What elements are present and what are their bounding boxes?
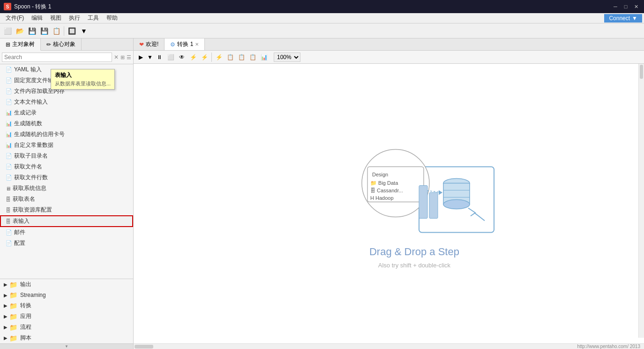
folder-transform[interactable]: ▶ 📁 转换 (0, 300, 133, 311)
file-icon: 📄 (6, 99, 12, 105)
tree-item-get-subdir[interactable]: 📄 获取子目录名 (0, 151, 133, 161)
tooltip-title: 表输入 (55, 71, 111, 79)
file-icon: 📄 (6, 88, 12, 94)
stop-button[interactable]: ⬜ (165, 52, 176, 62)
maximize-button[interactable]: □ (622, 2, 630, 11)
preview-button[interactable]: 👁 (177, 52, 187, 62)
action-btn-4[interactable]: 📋 (247, 52, 258, 62)
menu-run[interactable]: 执行 (65, 13, 84, 23)
play-dropdown-button[interactable]: ▼ (147, 52, 153, 62)
h-scrollbar-thumb[interactable] (135, 345, 153, 349)
tab-close-icon[interactable]: ✕ (195, 42, 199, 47)
folder-icon: 📁 (9, 281, 17, 288)
tree-item-define-constant[interactable]: 📊 自定义常量数据 (0, 140, 133, 151)
tree-item-label: 获取资源库配置 (13, 206, 52, 214)
action-btn-5[interactable]: 📊 (259, 52, 269, 62)
tab-welcome[interactable]: ❤ 欢迎! (134, 38, 165, 50)
connect-button[interactable]: Connect ▼ (604, 14, 642, 23)
tree-item-label: 获取文件行数 (14, 174, 48, 182)
tree-item-get-file-row[interactable]: 📄 获取文件行数 (0, 172, 133, 183)
connect-label: Connect (609, 15, 630, 22)
search-input[interactable] (2, 53, 112, 62)
debug-button-2[interactable]: ⚡ (199, 52, 210, 62)
tab-transform1[interactable]: ⚙ 转换 1 ✕ (165, 38, 205, 50)
core-objects-icon: ✏ (46, 41, 51, 48)
action-btn-2[interactable]: 📋 (225, 52, 235, 62)
export-button[interactable]: 🔲 (66, 25, 77, 37)
tree-item-label: 生成随机数 (14, 120, 42, 128)
more-button[interactable]: ▼ (78, 25, 90, 37)
tree-item-table-input[interactable]: 🗄 表输入 (0, 215, 133, 227)
toolbar-sep (211, 53, 212, 62)
tree-item-config[interactable]: 📄 配置 (0, 238, 133, 249)
file-icon: 📄 (6, 67, 12, 73)
tree-item-get-filename[interactable]: 📄 获取文件名 (0, 161, 133, 172)
main-toolbar: ⬜ 📂 💾 💾 📋 🔲 ▼ (0, 23, 644, 38)
folder-flow[interactable]: ▶ 📁 流程 (0, 322, 133, 333)
tree-item-text-file-input[interactable]: 📄 文本文件输入 (0, 97, 133, 107)
svg-text:H Hadoop: H Hadoop (370, 195, 394, 201)
clear-search-icon[interactable]: ✕ (114, 54, 119, 61)
tree-item-get-res-config[interactable]: 🗄 获取资源库配置 (0, 205, 133, 215)
minimize-button[interactable]: ─ (611, 2, 620, 11)
transform-label: 转换 1 (177, 40, 193, 48)
svg-marker-14 (439, 190, 442, 195)
window-controls: ─ □ ✕ (611, 2, 640, 11)
tree-item-generate-random-cc[interactable]: 📊 生成随机的信用卡号 (0, 129, 133, 140)
app-icon: S (4, 3, 11, 10)
db-icon: 🗄 (6, 197, 11, 202)
folder-streaming[interactable]: ▶ 📁 Streaming (0, 290, 133, 300)
canvas-area[interactable]: Design 📁 Big Data 🗄 Cassandr... H Hadoop… (134, 64, 644, 343)
config-icon: 📄 (6, 240, 12, 246)
folder-output[interactable]: ▶ 📁 输出 (0, 279, 133, 290)
welcome-label: 欢迎! (146, 40, 158, 48)
action-btn-3[interactable]: 📋 (236, 52, 247, 62)
status-bar-text: http://www.pentaho.com/ 2013 (577, 344, 640, 349)
tab-core-objects[interactable]: ✏ 核心对象 (41, 38, 82, 50)
menu-view[interactable]: 视图 (46, 13, 65, 23)
tree-item-generate-record[interactable]: 📊 生成记录 (0, 107, 133, 118)
tree-item-get-sys-info[interactable]: 🖥 获取系统信息 (0, 183, 133, 194)
horizontal-scrollbar[interactable]: http://www.pentaho.com/ 2013 (134, 343, 644, 349)
menu-help[interactable]: 帮助 (103, 13, 121, 23)
zoom-select[interactable]: 100% 75% 50% 150% (274, 53, 300, 62)
scrollbar-thumb[interactable] (640, 65, 643, 79)
collapse-icon[interactable]: ☰ (127, 54, 131, 61)
copy-button[interactable]: 📋 (51, 25, 62, 37)
tree-item-mail[interactable]: 📄 邮件 (0, 227, 133, 238)
action-btn-1[interactable]: ⚡ (214, 52, 224, 62)
mail-icon: 📄 (6, 229, 12, 235)
welcome-icon: ❤ (139, 41, 144, 48)
expand-icon[interactable]: ⊞ (120, 54, 125, 61)
folder-label: 脚本 (20, 334, 31, 342)
play-button[interactable]: ▶ (135, 52, 146, 62)
folder-app[interactable]: ▶ 📁 应用 (0, 311, 133, 322)
pause-button[interactable]: ⏸ (154, 52, 165, 62)
save-as-button[interactable]: 💾 (38, 25, 50, 37)
search-container: ✕ ⊞ ☰ (0, 51, 133, 64)
tooltip-popup: 表输入 从数据库表里读取信息... (51, 69, 115, 90)
tree-item-label: 获取表名 (13, 195, 35, 203)
menu-file[interactable]: 文件(F) (2, 13, 28, 23)
tree-item-get-tablename[interactable]: 🗄 获取表名 (0, 194, 133, 205)
menu-edit[interactable]: 编辑 (28, 13, 46, 23)
folder-script[interactable]: ▶ 📁 脚本 (0, 333, 133, 343)
tree-item-label: 自定义常量数据 (14, 141, 53, 149)
bottom-folders: ▶ 📁 输出 ▶ 📁 Streaming ▶ 📁 转换 ▶ 📁 应用 ▶ (0, 279, 133, 349)
file-icon: 📄 (6, 174, 12, 181)
table-icon: 📊 (6, 131, 12, 137)
window-title: Spoon - 转换 1 (14, 3, 611, 11)
folder-icon: 📁 (9, 334, 17, 342)
open-button[interactable]: 📂 (14, 25, 25, 37)
svg-text:Design: Design (372, 172, 388, 177)
save-button[interactable]: 💾 (26, 25, 37, 37)
new-button[interactable]: ⬜ (2, 25, 13, 37)
close-button[interactable]: ✕ (632, 2, 640, 11)
dnd-subtitle: Also try shift + double-click (378, 262, 450, 269)
core-objects-label: 核心对象 (53, 40, 75, 48)
vertical-scrollbar[interactable] (638, 64, 644, 338)
tree-item-generate-random[interactable]: 📊 生成随机数 (0, 118, 133, 129)
tab-main-objects[interactable]: ⊞ 主对象树 (0, 38, 41, 51)
debug-button-1[interactable]: ⚡ (188, 52, 198, 62)
menu-tools[interactable]: 工具 (84, 13, 103, 23)
